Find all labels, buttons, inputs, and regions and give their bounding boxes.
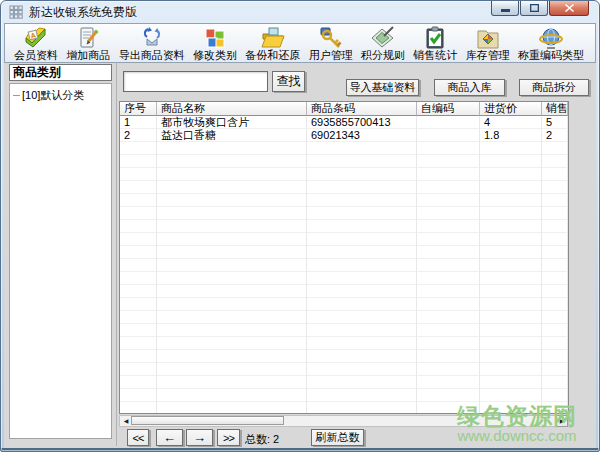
table-header-cell[interactable]: 商品名称 [157, 102, 307, 116]
table-cell [542, 207, 568, 220]
table-cell [307, 298, 417, 311]
last-page-button[interactable]: >> [217, 429, 240, 446]
table-cell [417, 298, 480, 311]
table-cell [307, 246, 417, 259]
toolbar-item-sales-statistics[interactable]: 销售统计 [412, 25, 458, 61]
refresh-total-button[interactable]: 刷新总数 [311, 429, 364, 446]
table-cell [417, 181, 480, 194]
table-header-cell[interactable]: 商品条码 [307, 102, 417, 116]
table-cell [120, 168, 157, 181]
table-cell [542, 311, 568, 324]
table-cell [542, 272, 568, 285]
category-panel-header: 商品类别 [9, 64, 112, 81]
table-cell [417, 116, 480, 129]
split-product-button[interactable]: 商品拆分 [519, 79, 589, 96]
table-empty-row [120, 142, 568, 155]
toolbar-item-user-management[interactable]: 用户管理 [308, 25, 354, 61]
table-cell [480, 350, 542, 363]
table-cell [480, 181, 542, 194]
table-cell [480, 311, 542, 324]
app-window: 新达收银系统免费版 A会员资料增加商品导出商品资料修改类别备份和还原用户管理积分… [0, 0, 600, 452]
table-header-cell[interactable]: 销售价 [542, 102, 568, 116]
add-product-icon [76, 26, 100, 49]
table-cell [157, 285, 307, 298]
toolbar-item-modify-category[interactable]: 修改类别 [192, 25, 238, 61]
table-cell [157, 402, 307, 414]
toolbar-item-backup-restore[interactable]: 备份和还原 [244, 25, 301, 61]
previous-page-button[interactable]: ← [156, 429, 183, 446]
scroll-right-icon[interactable]: ▶ [556, 415, 568, 427]
table-header-cell[interactable]: 自编码 [417, 102, 480, 116]
table-row[interactable]: 1都市牧场爽口含片693585570041345 [120, 116, 568, 129]
table-cell [542, 220, 568, 233]
scroll-left-icon[interactable]: ◀ [121, 417, 131, 425]
table-cell [480, 233, 542, 246]
toolbar-item-weigh-code-type[interactable]: 称重编码类型 [517, 25, 585, 61]
table-cell [120, 311, 157, 324]
first-page-button[interactable]: << [127, 429, 149, 446]
table-cell [480, 272, 542, 285]
table-empty-row [120, 220, 568, 233]
table-cell [417, 350, 480, 363]
table-header-cell[interactable]: 序号 [120, 102, 157, 116]
table-cell [120, 142, 157, 155]
titlebar[interactable]: 新达收银系统免费版 [1, 1, 599, 23]
table-cell [542, 363, 568, 376]
table-cell [480, 194, 542, 207]
horizontal-scrollbar[interactable]: ◀ ▶ [119, 415, 569, 427]
toolbar-item-inventory-management[interactable]: 库存管理 [465, 25, 511, 61]
user-management-icon [319, 26, 343, 49]
maximize-button[interactable] [520, 1, 548, 16]
product-table: 序号商品名称商品条码自编码进货价销售价1都市牧场爽口含片693585570041… [119, 101, 569, 414]
table-cell [157, 142, 307, 155]
table-cell [542, 168, 568, 181]
table-cell [157, 376, 307, 389]
scrollbar-thumb[interactable] [131, 416, 284, 425]
find-button[interactable]: 查找 [272, 71, 305, 92]
table-row[interactable]: 2益达口香糖690213431.82 [120, 129, 568, 142]
table-cell [417, 337, 480, 350]
table-empty-row [120, 402, 568, 414]
table-cell [120, 389, 157, 402]
search-input[interactable] [123, 71, 268, 92]
table-cell [542, 298, 568, 311]
table-cell [157, 311, 307, 324]
sales-statistics-icon [423, 26, 447, 49]
category-tree[interactable]: [10]默认分类 [9, 83, 112, 439]
table-cell [157, 155, 307, 168]
table-cell [157, 337, 307, 350]
toolbar-item-points-rules[interactable]: 积分规则 [360, 25, 406, 61]
tree-item-default-category[interactable]: [10]默认分类 [10, 84, 111, 103]
table-cell [417, 246, 480, 259]
table-cell [157, 298, 307, 311]
table-cell [157, 259, 307, 272]
table-cell [120, 402, 157, 414]
table-cell [157, 272, 307, 285]
toolbar-item-add-product[interactable]: 增加商品 [65, 25, 111, 61]
table-cell [120, 233, 157, 246]
table-cell [417, 389, 480, 402]
toolbar-item-label: 增加商品 [66, 49, 110, 61]
table-header-cell[interactable]: 进货价 [480, 102, 542, 116]
table-cell [157, 181, 307, 194]
table-cell [542, 155, 568, 168]
toolbar-item-export-product-data[interactable]: 导出商品资料 [118, 25, 186, 61]
table-cell [307, 233, 417, 246]
toolbar-item-member-data[interactable]: A会员资料 [13, 25, 59, 61]
inventory-management-icon [476, 26, 500, 49]
tree-item-label: [10]默认分类 [22, 88, 84, 103]
table-cell [307, 168, 417, 181]
import-base-data-button[interactable]: 导入基础资料 [346, 79, 419, 96]
table-empty-row [120, 272, 568, 285]
table-cell [480, 155, 542, 168]
close-button[interactable] [549, 1, 589, 16]
minimize-button[interactable] [491, 1, 519, 16]
table-cell [157, 168, 307, 181]
table-empty-row [120, 298, 568, 311]
table-cell [307, 285, 417, 298]
stock-in-button[interactable]: 商品入库 [434, 79, 505, 96]
table-cell: 2 [542, 129, 568, 142]
next-page-button[interactable]: → [186, 429, 213, 446]
table-cell [417, 155, 480, 168]
table-cell [307, 155, 417, 168]
